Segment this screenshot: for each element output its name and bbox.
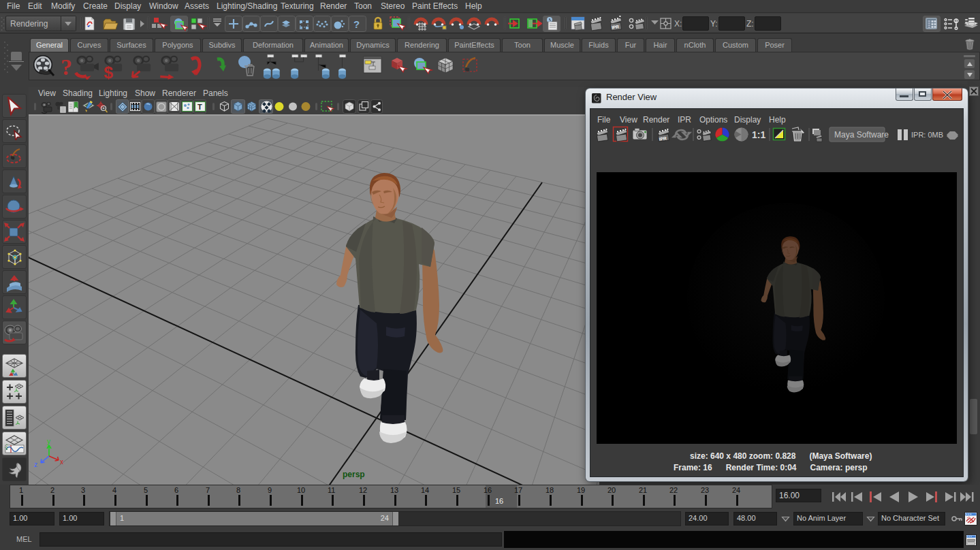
svg-text:IPR: 0MB: IPR: 0MB (911, 131, 943, 139)
svg-text:y: y (47, 438, 50, 445)
svg-text:x: x (60, 458, 63, 466)
svg-text:T: T (197, 103, 202, 111)
svg-text:?: ? (61, 54, 72, 80)
svg-text:1:1: 1:1 (752, 129, 765, 140)
svg-text:z: z (34, 461, 37, 468)
svg-text:$: $ (104, 63, 113, 80)
svg-text:persp: persp (343, 470, 365, 479)
svg-text:Maya Software: Maya Software (834, 130, 889, 140)
svg-text:?: ? (353, 18, 360, 30)
